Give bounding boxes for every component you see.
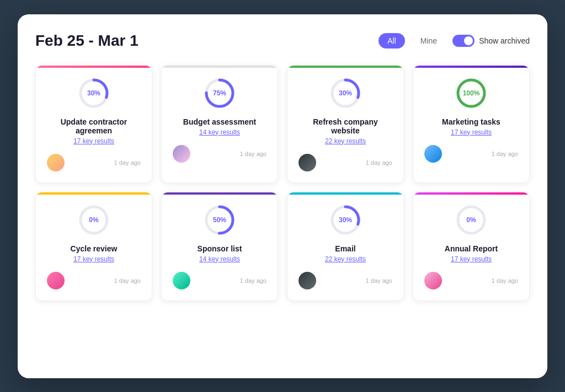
date-range: Feb 25 - Mar 1	[35, 32, 138, 50]
filter-mine-button[interactable]: Mine	[412, 33, 446, 49]
progress-circle: 30%	[299, 203, 392, 237]
circle-container: 75%	[203, 77, 236, 110]
key-results-link[interactable]: 17 key results	[47, 137, 141, 145]
card-title: Marketing tasks	[424, 117, 518, 126]
card-footer: 1 day ago	[47, 154, 141, 171]
progress-circle: 0%	[424, 203, 518, 237]
filter-all-button[interactable]: All	[379, 33, 405, 49]
time-ago: 1 day ago	[114, 159, 141, 166]
card-title: Sponsor list	[173, 244, 266, 253]
avatar	[47, 154, 65, 171]
time-ago: 1 day ago	[240, 277, 266, 284]
main-container: Feb 25 - Mar 1 All Mine Show archived 30…	[18, 14, 547, 378]
card-title: Budget assessment	[173, 117, 266, 126]
card-title: Email	[299, 244, 392, 253]
header: Feb 25 - Mar 1 All Mine Show archived	[35, 32, 530, 50]
circle-container: 30%	[329, 203, 362, 237]
cards-grid: 30% Update contractor agreemen 17 key re…	[35, 65, 530, 301]
circle-container: 0%	[77, 203, 110, 237]
card-title: Annual Report	[424, 244, 518, 253]
card-4[interactable]: 100% Marketing tasks 17 key results 1 da…	[413, 65, 530, 183]
progress-circle: 75%	[173, 77, 266, 110]
time-ago: 1 day ago	[366, 277, 392, 284]
card-title: Update contractor agreemen	[47, 117, 141, 135]
card-6[interactable]: 50% Sponsor list 14 key results 1 day ag…	[161, 192, 278, 301]
progress-text: 50%	[213, 216, 226, 224]
progress-circle: 30%	[299, 77, 392, 110]
avatar	[424, 145, 442, 163]
progress-text: 0%	[466, 216, 476, 224]
toggle-label: Show archived	[479, 36, 530, 45]
card-footer: 1 day ago	[47, 272, 141, 289]
progress-circle: 50%	[173, 203, 266, 237]
progress-text: 0%	[89, 216, 98, 224]
avatar	[299, 154, 316, 171]
progress-circle: 0%	[47, 203, 141, 237]
circle-container: 50%	[203, 203, 236, 237]
show-archived-toggle[interactable]: Show archived	[452, 35, 530, 47]
card-footer: 1 day ago	[424, 272, 518, 289]
progress-circle: 30%	[47, 77, 141, 110]
time-ago: 1 day ago	[492, 277, 518, 284]
progress-circle: 100%	[424, 77, 518, 110]
circle-container: 30%	[77, 77, 110, 110]
card-footer: 1 day ago	[299, 272, 392, 289]
avatar	[424, 272, 442, 289]
avatar	[173, 145, 190, 163]
progress-text: 100%	[463, 89, 480, 97]
circle-container: 0%	[455, 203, 488, 237]
progress-text: 30%	[339, 216, 352, 224]
key-results-link[interactable]: 17 key results	[424, 255, 518, 263]
circle-container: 30%	[329, 77, 362, 110]
progress-text: 30%	[339, 89, 352, 97]
key-results-link[interactable]: 14 key results	[173, 255, 266, 263]
progress-text: 75%	[213, 89, 226, 97]
card-footer: 1 day ago	[424, 145, 518, 163]
card-7[interactable]: 30% Email 22 key results 1 day ago	[287, 192, 404, 301]
circle-container: 100%	[455, 77, 488, 110]
key-results-link[interactable]: 22 key results	[299, 137, 392, 145]
card-8[interactable]: 0% Annual Report 17 key results 1 day ag…	[413, 192, 530, 301]
key-results-link[interactable]: 17 key results	[424, 128, 518, 136]
key-results-link[interactable]: 17 key results	[47, 255, 141, 263]
key-results-link[interactable]: 14 key results	[173, 128, 266, 136]
avatar	[173, 272, 190, 289]
avatar	[299, 272, 316, 289]
progress-text: 30%	[87, 89, 100, 97]
card-2[interactable]: 75% Budget assessment 14 key results 1 d…	[161, 65, 278, 183]
header-controls: All Mine Show archived	[379, 33, 530, 49]
card-5[interactable]: 0% Cycle review 17 key results 1 day ago	[35, 192, 152, 301]
time-ago: 1 day ago	[366, 159, 392, 166]
key-results-link[interactable]: 22 key results	[299, 255, 392, 263]
card-title: Refresh company website	[299, 117, 392, 135]
card-1[interactable]: 30% Update contractor agreemen 17 key re…	[35, 65, 152, 183]
card-footer: 1 day ago	[173, 145, 266, 163]
time-ago: 1 day ago	[114, 277, 141, 284]
card-footer: 1 day ago	[173, 272, 266, 289]
avatar	[47, 272, 65, 289]
time-ago: 1 day ago	[492, 151, 518, 157]
card-3[interactable]: 30% Refresh company website 22 key resul…	[287, 65, 404, 183]
card-title: Cycle review	[47, 244, 141, 253]
time-ago: 1 day ago	[240, 151, 266, 157]
card-footer: 1 day ago	[299, 154, 392, 171]
toggle-switch[interactable]	[452, 35, 475, 47]
